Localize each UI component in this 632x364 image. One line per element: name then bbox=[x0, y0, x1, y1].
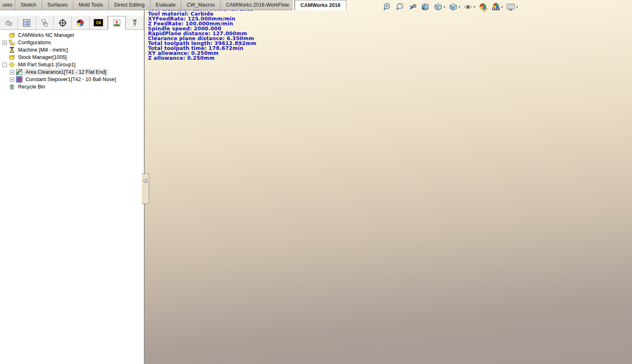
zoom-area-icon bbox=[395, 2, 405, 12]
tab-camworks-feature-tree[interactable]: CW bbox=[90, 16, 108, 29]
collapse-icon[interactable]: - bbox=[2, 63, 7, 67]
ribbon-tab-mold-tools[interactable]: Mold Tools bbox=[73, 0, 109, 10]
cw-icon: CW bbox=[93, 19, 103, 27]
section-view-button[interactable] bbox=[420, 2, 431, 12]
tab-propertymanager[interactable] bbox=[18, 16, 36, 29]
tree-item-stock-manager[interactable]: Stock Manager[1005] bbox=[1, 54, 144, 61]
tree-item-area-clearance[interactable]: + Area Clearance1[T41 - 12 Flat End] bbox=[1, 68, 144, 76]
tree-item-label: Constant Stepover1[T42 - 10 Ball Nose] bbox=[24, 77, 117, 82]
splitter-knob-icon bbox=[143, 179, 148, 183]
tree-item-machine[interactable]: Machine [Mill - metric] bbox=[1, 46, 144, 54]
ribbon-tab-direct-editing[interactable]: Direct Editing bbox=[109, 0, 150, 10]
ribbon-tab-evaluate[interactable]: Evaluate bbox=[150, 0, 182, 10]
edit-appearance-button[interactable] bbox=[477, 2, 489, 12]
operation-tree-icon bbox=[112, 18, 121, 27]
appearance-sphere-icon bbox=[478, 2, 488, 12]
nc-manager-icon bbox=[9, 32, 15, 38]
monitor-icon bbox=[506, 2, 516, 12]
expand-icon[interactable]: + bbox=[2, 41, 7, 45]
graphics-viewport[interactable]: Operation Name: Area Clearance1 Tool dia… bbox=[144, 0, 632, 364]
beachball-icon bbox=[76, 18, 85, 27]
zoom-fit-icon bbox=[382, 2, 392, 12]
drill-tool-icon bbox=[130, 18, 139, 27]
camworks-operation-tree: CAMWorks NC Manager + Configurations Mac… bbox=[0, 30, 144, 90]
tab-camworks-operation-tree[interactable] bbox=[108, 16, 126, 30]
mill-part-setup-icon bbox=[9, 61, 15, 68]
hide-show-items-button[interactable]: ▾ bbox=[462, 2, 476, 12]
tree-item-configurations[interactable]: + Configurations bbox=[1, 39, 144, 46]
list-icon bbox=[22, 18, 31, 27]
tree-item-label: Mill Part Setup1 [Group1] bbox=[17, 62, 77, 68]
tree-item-label: Recycle Bin bbox=[17, 84, 46, 90]
expand-icon[interactable]: + bbox=[10, 70, 14, 75]
tab-dimxpertmanager[interactable] bbox=[54, 16, 72, 29]
tree-item-constant-stepover[interactable]: + Constant Stepover1[T42 - 10 Ball Nose] bbox=[1, 76, 144, 83]
dropdown-arrow-icon[interactable]: ▾ bbox=[516, 5, 518, 9]
recycle-bin-icon bbox=[9, 84, 15, 90]
tab-featuremanager-design-tree[interactable] bbox=[0, 16, 18, 29]
target-icon bbox=[58, 18, 67, 27]
constant-stepover-icon bbox=[16, 76, 23, 83]
operation-info-overlay: Operation Name: Area Clearance1 Tool dia… bbox=[148, 2, 257, 61]
scene-sphere-icon bbox=[491, 2, 501, 12]
tree-item-mill-part-setup[interactable]: - Mill Part Setup1 [Group1] bbox=[1, 61, 144, 68]
tree-item-label: CAMWorks NC Manager bbox=[17, 32, 75, 38]
commandmanager-tab-strip: ures Sketch Surfaces Mold Tools Direct E… bbox=[0, 0, 293, 10]
ribbon-tab-surfaces[interactable]: Surfaces bbox=[42, 0, 73, 10]
tab-configurationmanager[interactable] bbox=[36, 16, 54, 29]
part-icon bbox=[4, 18, 13, 27]
tab-displaymanager[interactable] bbox=[72, 16, 90, 29]
ribbon-tab-features[interactable]: ures bbox=[0, 0, 15, 10]
dropdown-arrow-icon[interactable]: ▾ bbox=[459, 5, 461, 9]
dropdown-arrow-icon[interactable]: ▾ bbox=[473, 5, 475, 9]
previous-view-icon bbox=[408, 2, 418, 12]
ribbon-tab-cw-macros[interactable]: CW_Macros bbox=[181, 0, 221, 10]
overlay-line: Z allowance: 0.250mm bbox=[148, 56, 257, 61]
eye-icon bbox=[463, 2, 473, 12]
ribbon-tab-camworks-2016[interactable]: CAMWorks 2016 bbox=[295, 0, 346, 10]
view-settings-button[interactable]: ▾ bbox=[505, 2, 519, 12]
apply-scene-button[interactable]: ▾ bbox=[490, 2, 504, 12]
display-style-icon bbox=[448, 2, 458, 12]
tree-item-recycle-bin[interactable]: Recycle Bin bbox=[1, 83, 144, 90]
tree-item-nc-manager[interactable]: CAMWorks NC Manager bbox=[1, 32, 144, 39]
machine-icon bbox=[9, 47, 15, 53]
manager-panel-tabs: CW bbox=[0, 16, 144, 30]
view-orientation-icon bbox=[433, 2, 443, 12]
section-view-icon bbox=[421, 2, 430, 12]
heads-up-view-toolbar: ▾ ▾ ▾ ▾ ▾ bbox=[382, 2, 519, 12]
zoom-to-fit-button[interactable] bbox=[382, 2, 393, 12]
stock-manager-icon bbox=[9, 54, 15, 61]
manager-panel: CW CAMWorks NC Manager + Configurations bbox=[0, 10, 144, 364]
tree-item-label: Machine [Mill - metric] bbox=[17, 47, 69, 53]
area-clearance-icon bbox=[16, 69, 23, 75]
tree-item-label: Stock Manager[1005] bbox=[17, 54, 68, 60]
ribbon-tab-camworks-workflow[interactable]: CAMWorks 2016-WorkFlow bbox=[221, 0, 295, 10]
tab-camworks-tools-tree[interactable] bbox=[126, 16, 144, 29]
previous-view-button[interactable] bbox=[407, 2, 418, 12]
view-orientation-button[interactable]: ▾ bbox=[432, 2, 446, 12]
tree-item-label: Configurations bbox=[17, 40, 52, 45]
expand-icon[interactable]: + bbox=[10, 77, 14, 82]
display-style-button[interactable]: ▾ bbox=[448, 2, 461, 12]
tree-item-label: Area Clearance1[T41 - 12 Flat End] bbox=[24, 69, 107, 75]
solidworks-camworks-window: Operation Name: Area Clearance1 Tool dia… bbox=[0, 0, 632, 364]
panel-splitter-handle[interactable] bbox=[142, 174, 149, 204]
zoom-to-area-button[interactable] bbox=[394, 2, 406, 12]
hierarchy-icon bbox=[40, 18, 49, 27]
configurations-icon bbox=[9, 39, 15, 46]
dropdown-arrow-icon[interactable]: ▾ bbox=[501, 5, 503, 9]
ribbon-tab-sketch[interactable]: Sketch bbox=[15, 0, 42, 10]
dropdown-arrow-icon[interactable]: ▾ bbox=[443, 5, 446, 9]
